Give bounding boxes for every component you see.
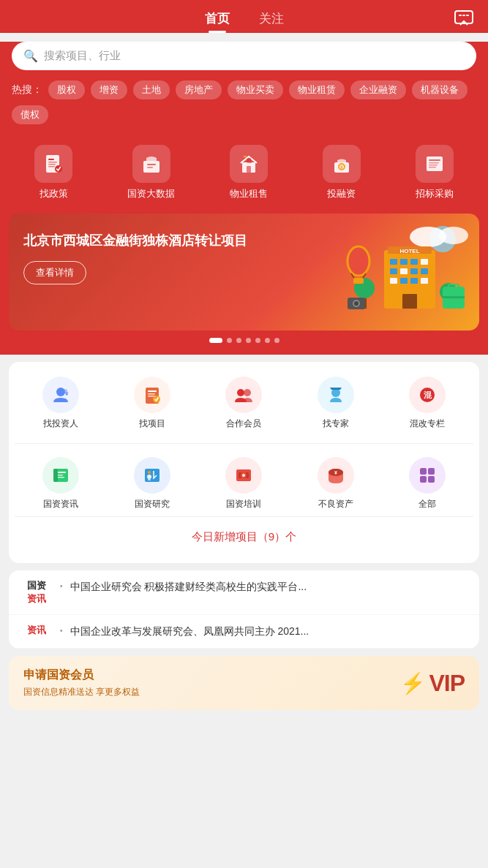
svg-rect-31 [390, 259, 397, 265]
tender-label: 招标采购 [416, 187, 454, 200]
news-item-0[interactable]: 国资 资讯 • 中国企业研究会 积极搭建财经类高校生的实践平台... [9, 570, 479, 615]
service-member[interactable]: 合作会员 [225, 377, 262, 430]
tender-icon-box [416, 145, 454, 183]
banner-title: 北京市西城区金融街独栋酒店转让项目 [23, 231, 266, 251]
news-icon [42, 457, 79, 494]
svg-rect-43 [402, 294, 417, 309]
nav-icon-bigdata[interactable]: 国资大数据 [127, 145, 175, 200]
dot-0 [209, 338, 222, 343]
mixed-label: 混改专栏 [410, 418, 445, 430]
hot-tag-4[interactable]: 物业买卖 [228, 80, 283, 99]
search-input[interactable]: 🔍 搜索项目、行业 [12, 42, 476, 70]
hot-label: 热搜： [12, 83, 42, 97]
dot-6 [274, 338, 279, 343]
service-assets[interactable]: ¥ 不良资产 [318, 457, 354, 510]
nav-icon-invest[interactable]: ¥ 投融资 [323, 145, 361, 200]
svg-rect-15 [244, 156, 247, 157]
banner-section: 北京市西城区金融街独栋酒店转让项目 查看详情 HOTEL [0, 214, 488, 355]
invest-label: 投融资 [327, 187, 356, 200]
svg-point-27 [439, 227, 468, 244]
message-icon[interactable] [454, 10, 473, 31]
service-news[interactable]: 国资资讯 [42, 457, 79, 510]
svg-rect-91 [420, 476, 427, 483]
service-expert[interactable]: 找专家 [318, 377, 354, 430]
banner-dots [9, 338, 479, 343]
assets-label: 不良资产 [318, 498, 353, 510]
nav-icon-tender[interactable]: 招标采购 [416, 145, 454, 200]
svg-rect-7 [48, 164, 56, 165]
svg-rect-8 [48, 166, 55, 167]
vip-banner[interactable]: 申请国资会员 国资信息精准送达 享更多权益 ⚡ VIP [9, 656, 479, 710]
banner-card[interactable]: 北京市西城区金融街独栋酒店转让项目 查看详情 HOTEL [9, 214, 479, 331]
dot-5 [265, 338, 270, 343]
hot-tag-8[interactable]: 债权 [12, 105, 48, 124]
banner-button[interactable]: 查看详情 [23, 261, 86, 284]
expert-icon [318, 377, 354, 413]
svg-point-67 [237, 389, 244, 396]
svg-rect-24 [429, 167, 436, 168]
svg-text:混: 混 [424, 390, 432, 399]
svg-rect-36 [400, 268, 408, 274]
svg-text:¥: ¥ [65, 390, 69, 397]
news-badge-bottom-0: 资讯 [20, 592, 53, 605]
hot-search-row: 热搜： 股权 增资 土地 房地产 物业买卖 物业租赁 企业融资 机器设备 债权 [12, 80, 476, 124]
nav-icon-policy[interactable]: 找政策 [34, 145, 72, 200]
project-icon [134, 377, 170, 413]
svg-text:¥: ¥ [340, 165, 343, 170]
tab-follow[interactable]: 关注 [259, 10, 284, 33]
hot-tag-5[interactable]: 物业租赁 [289, 80, 345, 99]
service-training[interactable]: 国资培训 [225, 457, 262, 510]
hot-search: 热搜： 股权 增资 土地 房地产 物业买卖 物业租赁 企业融资 机器设备 债权 [0, 80, 488, 135]
svg-rect-40 [400, 278, 408, 284]
svg-rect-32 [400, 259, 408, 265]
svg-point-81 [148, 471, 151, 474]
news-dot-0: • [60, 582, 63, 590]
dot-1 [227, 338, 232, 343]
hot-tag-2[interactable]: 土地 [133, 80, 170, 99]
dot-2 [236, 338, 241, 343]
news-badge-0: 国资 资讯 [20, 579, 53, 605]
member-label: 合作会员 [226, 418, 261, 430]
news-section: 国资 资讯 • 中国企业研究会 积极搭建财经类高校生的实践平台... 资讯 • … [9, 570, 479, 649]
nav-icons: 找政策 国资大数据 租 [0, 135, 488, 214]
svg-point-79 [147, 475, 151, 479]
news-label: 国资资讯 [43, 498, 78, 510]
svg-rect-70 [333, 388, 339, 390]
vip-title: 申请国资会员 [23, 668, 140, 683]
hot-tag-6[interactable]: 企业融资 [350, 80, 406, 99]
svg-rect-65 [148, 396, 155, 397]
property-icon-box: 租 [230, 145, 268, 183]
service-all[interactable]: 全部 [409, 457, 446, 510]
dot-3 [246, 338, 251, 343]
svg-point-85 [242, 474, 245, 477]
research-icon [134, 457, 170, 494]
svg-rect-21 [429, 159, 440, 161]
svg-rect-14 [247, 166, 251, 173]
service-mixed[interactable]: 混 混改专栏 [409, 377, 446, 430]
tab-home[interactable]: 首页 [205, 10, 230, 33]
hot-tag-0[interactable]: 股权 [48, 80, 85, 99]
header-tabs: 首页 关注 [15, 10, 473, 33]
hot-tag-7[interactable]: 机器设备 [412, 80, 468, 99]
svg-rect-92 [428, 476, 435, 483]
service-research[interactable]: 国资研究 [134, 457, 170, 510]
invest-icon-box: ¥ [323, 145, 361, 183]
news-badge-top-1: 资讯 [20, 624, 53, 637]
svg-rect-58 [443, 296, 465, 298]
svg-rect-77 [53, 469, 58, 482]
hot-tag-3[interactable]: 房地产 [176, 80, 222, 99]
nav-icon-property[interactable]: 租 物业租售 [230, 145, 268, 200]
hot-tag-1[interactable]: 增资 [91, 80, 127, 99]
news-dot-1: • [60, 627, 63, 635]
news-item-1[interactable]: 资讯 • 中国企业改革与发展研究会、凤凰网共同主办 2021... [9, 615, 479, 649]
svg-rect-52 [353, 278, 364, 284]
service-project[interactable]: 找项目 [134, 377, 170, 430]
all-icon [409, 457, 446, 494]
svg-rect-1 [459, 15, 462, 16]
svg-text:租: 租 [245, 158, 252, 163]
service-investor[interactable]: ¥ 找投资人 [42, 377, 79, 430]
svg-rect-12 [147, 167, 153, 168]
divider-2 [15, 516, 473, 517]
svg-rect-3 [466, 15, 469, 16]
assets-icon: ¥ [318, 457, 354, 494]
